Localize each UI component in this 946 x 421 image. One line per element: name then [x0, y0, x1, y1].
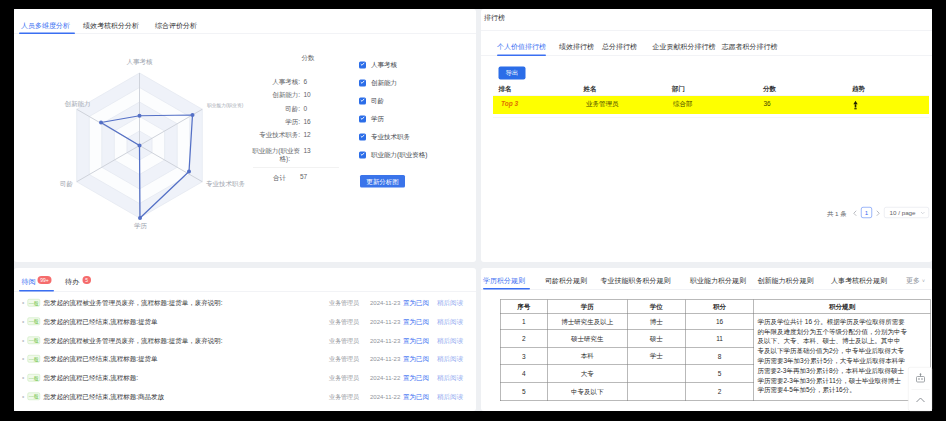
- svg-text:专业技术职务: 专业技术职务: [206, 180, 246, 187]
- svg-text:学历: 学历: [134, 222, 148, 230]
- svg-text:人事考核: 人事考核: [127, 58, 154, 66]
- svg-text:创新能力: 创新能力: [65, 100, 91, 108]
- svg-text:司龄: 司龄: [59, 180, 74, 188]
